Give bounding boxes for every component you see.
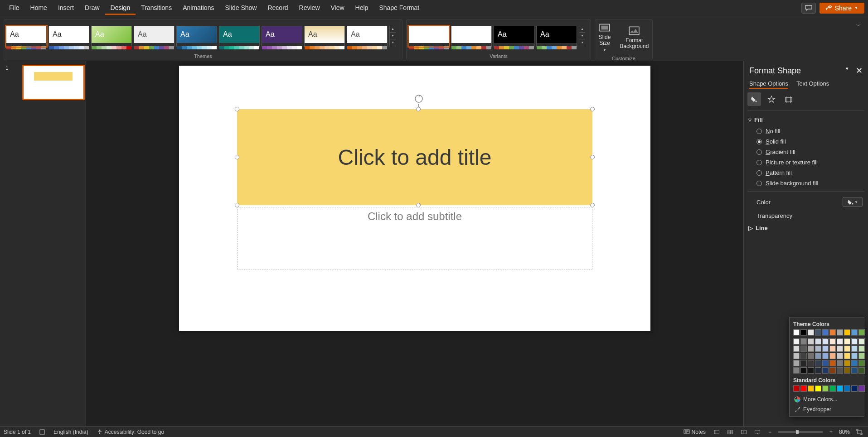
fill-option-no-fill[interactable]: No fill <box>744 126 868 136</box>
color-swatch[interactable] <box>822 353 829 359</box>
effects-tab-icon[interactable] <box>765 92 778 106</box>
fill-section-header[interactable]: ▽ Fill <box>744 114 868 126</box>
slideshow-view-button[interactable] <box>753 428 762 436</box>
fill-option-gradient-fill[interactable]: Gradient fill <box>744 147 868 157</box>
variant-thumb-3[interactable]: Aa <box>536 26 577 47</box>
color-swatch[interactable] <box>829 385 836 392</box>
color-swatch[interactable] <box>837 338 843 345</box>
color-swatch[interactable] <box>829 367 836 374</box>
color-swatch[interactable] <box>808 329 814 336</box>
color-swatch[interactable] <box>815 346 821 352</box>
slide-editor[interactable]: Click to add title Click to add subtitle <box>86 61 743 426</box>
color-swatch[interactable] <box>800 353 807 359</box>
theme-thumb-7[interactable]: Aa <box>304 26 345 47</box>
variant-thumb-0[interactable]: Aa <box>408 26 449 47</box>
pane-options-button[interactable]: ▾ <box>846 66 849 76</box>
color-swatch[interactable] <box>837 385 843 392</box>
subtitle-placeholder[interactable]: Click to add subtitle <box>237 207 592 269</box>
color-swatch[interactable] <box>815 329 821 336</box>
color-swatch[interactable] <box>793 338 800 345</box>
slide-sorter-view-button[interactable] <box>726 428 735 436</box>
menu-tab-insert[interactable]: Insert <box>53 1 79 15</box>
color-swatch[interactable] <box>822 385 829 392</box>
color-swatch[interactable] <box>822 367 829 374</box>
color-swatch[interactable] <box>858 385 865 392</box>
language-button[interactable]: English (India) <box>53 429 88 435</box>
color-swatch[interactable] <box>837 346 843 352</box>
fill-option-solid-fill[interactable]: Solid fill <box>744 136 868 147</box>
theme-thumb-3[interactable]: Aa <box>134 26 175 47</box>
color-swatch[interactable] <box>822 360 829 366</box>
menu-tab-help[interactable]: Help <box>350 1 374 15</box>
fill-option-slide-background-fill[interactable]: Slide background fill <box>744 178 868 188</box>
color-swatch[interactable] <box>800 385 807 392</box>
theme-thumb-1[interactable]: Aa <box>48 26 89 47</box>
variant-thumb-2[interactable]: Aa <box>494 26 534 47</box>
selection-handle[interactable] <box>235 155 239 159</box>
selection-handle[interactable] <box>416 107 421 111</box>
color-swatch[interactable] <box>793 353 800 359</box>
color-swatch[interactable] <box>829 329 836 336</box>
fill-color-button[interactable]: ▼ <box>843 197 863 207</box>
variants-scroll[interactable]: ▲▼▾ <box>579 26 585 47</box>
menu-tab-slide-show[interactable]: Slide Show <box>219 1 262 15</box>
color-swatch[interactable] <box>808 360 814 366</box>
text-options-tab[interactable]: Text Options <box>796 80 829 89</box>
selection-handle[interactable] <box>590 107 595 111</box>
theme-thumb-4[interactable]: Aa <box>176 26 217 47</box>
color-swatch[interactable] <box>822 329 829 336</box>
menu-tab-design[interactable]: Design <box>105 1 136 15</box>
menu-tab-review[interactable]: Review <box>294 1 325 15</box>
fill-option-pattern-fill[interactable]: Pattern fill <box>744 168 868 178</box>
color-swatch[interactable] <box>844 346 850 352</box>
zoom-slider[interactable] <box>778 431 823 433</box>
fill-line-tab-icon[interactable] <box>747 92 761 106</box>
color-swatch[interactable] <box>808 367 814 374</box>
color-swatch[interactable] <box>822 346 829 352</box>
notes-button[interactable]: Notes <box>682 428 708 436</box>
color-swatch[interactable] <box>829 346 836 352</box>
color-swatch[interactable] <box>815 367 821 374</box>
selection-handle[interactable] <box>235 107 239 111</box>
menu-tab-draw[interactable]: Draw <box>79 1 105 15</box>
themes-scroll[interactable]: ▲▼▾ <box>389 26 396 47</box>
color-swatch[interactable] <box>829 338 836 345</box>
color-swatch[interactable] <box>808 338 814 345</box>
color-swatch[interactable] <box>793 329 800 336</box>
color-swatch[interactable] <box>851 338 858 345</box>
color-swatch[interactable] <box>793 346 800 352</box>
color-swatch[interactable] <box>837 360 843 366</box>
menu-tab-view[interactable]: View <box>325 1 350 15</box>
format-background-button[interactable]: Format Background <box>617 21 651 53</box>
size-properties-tab-icon[interactable] <box>782 92 795 106</box>
color-swatch[interactable] <box>800 360 807 366</box>
title-placeholder[interactable]: Click to add title <box>237 109 592 205</box>
color-swatch[interactable] <box>800 367 807 374</box>
accessibility-button[interactable]: Accessibility: Good to go <box>95 428 166 436</box>
theme-thumb-0[interactable]: Aa <box>6 26 47 47</box>
theme-thumb-6[interactable]: Aa <box>262 26 302 47</box>
rotate-handle[interactable] <box>414 94 424 104</box>
color-swatch[interactable] <box>851 329 858 336</box>
color-swatch[interactable] <box>858 367 865 374</box>
color-swatch[interactable] <box>851 360 858 366</box>
color-swatch[interactable] <box>844 329 850 336</box>
more-colors-button[interactable]: More Colors... <box>793 394 860 404</box>
menu-tab-file[interactable]: File <box>4 1 25 15</box>
color-swatch[interactable] <box>815 338 821 345</box>
color-swatch[interactable] <box>837 353 843 359</box>
color-swatch[interactable] <box>815 360 821 366</box>
color-swatch[interactable] <box>793 367 800 374</box>
theme-thumb-2[interactable]: Aa <box>91 26 132 47</box>
fill-option-picture-or-texture-fill[interactable]: Picture or texture fill <box>744 157 868 168</box>
share-button[interactable]: Share ▼ <box>820 3 864 14</box>
shape-options-tab[interactable]: Shape Options <box>749 80 788 89</box>
color-swatch[interactable] <box>858 353 865 359</box>
color-swatch[interactable] <box>815 353 821 359</box>
menu-tab-animations[interactable]: Animations <box>177 1 219 15</box>
menu-tab-record[interactable]: Record <box>262 1 293 15</box>
zoom-level[interactable]: 80% <box>839 429 850 435</box>
slide-counter[interactable]: Slide 1 of 1 <box>4 429 31 435</box>
variant-thumb-1[interactable]: Aa <box>451 26 492 47</box>
theme-thumb-8[interactable]: Aa <box>347 26 388 47</box>
